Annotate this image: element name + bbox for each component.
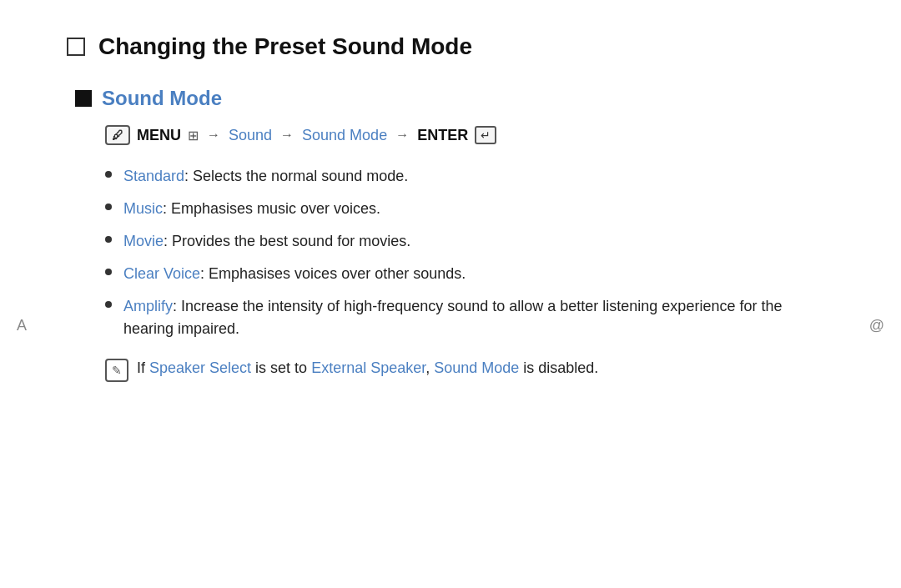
- section-heading-text: Sound Mode: [102, 87, 222, 110]
- arrow-1: →: [207, 128, 220, 143]
- bullet-term: Clear Voice: [123, 265, 200, 282]
- bullet-dot: [105, 269, 112, 275]
- menu-instruction: 🖊 MENU ⊞ → Sound → Sound Mode → ENTER↵: [105, 125, 834, 145]
- bullet-list: Standard: Selects the normal sound mode.…: [105, 165, 834, 340]
- bullet-desc: : Emphasises voices over other sounds.: [200, 265, 466, 282]
- external-speaker-link: External Speaker: [311, 359, 425, 376]
- list-item: Movie: Provides the best sound for movie…: [105, 230, 834, 253]
- enter-icon: ↵: [475, 126, 496, 144]
- menu-icon: 🖊: [105, 125, 130, 145]
- bullet-dot: [105, 204, 112, 210]
- bullet-desc: : Emphasises music over voices.: [163, 200, 380, 217]
- bullet-desc: : Increase the intensity of high-frequen…: [123, 298, 782, 337]
- note-box: ✎ If Speaker Select is set to External S…: [105, 357, 834, 382]
- bullet-dot: [105, 171, 112, 178]
- note-text: If Speaker Select is set to External Spe…: [137, 357, 598, 379]
- arrow-3: →: [395, 128, 409, 143]
- main-heading-section: Changing the Preset Sound Mode: [67, 33, 834, 60]
- bullet-dot: [105, 236, 112, 243]
- bullet-term: Amplify: [123, 298, 173, 314]
- note-icon: ✎: [105, 359, 128, 382]
- bullet-term: Music: [123, 200, 163, 217]
- sound-mode-link: Sound Mode: [302, 127, 387, 144]
- list-item-content: Music: Emphasises music over voices.: [123, 198, 380, 220]
- list-item: Standard: Selects the normal sound mode.: [105, 165, 834, 188]
- speaker-select-link: Speaker Select: [149, 359, 251, 376]
- list-item-content: Clear Voice: Emphasises voices over othe…: [123, 263, 466, 285]
- list-item: Clear Voice: Emphasises voices over othe…: [105, 263, 834, 285]
- list-item: Music: Emphasises music over voices.: [105, 198, 834, 220]
- side-letter-a: A: [17, 317, 27, 334]
- bullet-term: Movie: [123, 233, 164, 249]
- list-item-content: Amplify: Increase the intensity of high-…: [123, 295, 834, 340]
- section-heading: Sound Mode: [75, 87, 834, 110]
- black-square-icon: [75, 90, 92, 107]
- checkbox-icon: [67, 38, 85, 56]
- sound-link: Sound: [229, 127, 272, 144]
- side-letter-at: @: [869, 317, 884, 334]
- bullet-term: Standard: [123, 168, 184, 184]
- list-item-content: Movie: Provides the best sound for movie…: [123, 230, 410, 253]
- sound-mode-note-link: Sound Mode: [434, 359, 519, 376]
- bullet-dot: [105, 301, 112, 308]
- list-item: Amplify: Increase the intensity of high-…: [105, 295, 834, 340]
- bullet-desc: : Provides the best sound for movies.: [164, 233, 410, 249]
- menu-icon-char: ⊞: [188, 128, 199, 143]
- main-heading-text: Changing the Preset Sound Mode: [98, 33, 472, 60]
- arrow-2: →: [280, 128, 294, 143]
- list-item-content: Standard: Selects the normal sound mode.: [123, 165, 408, 188]
- sound-mode-section: Sound Mode 🖊 MENU ⊞ → Sound → Sound Mode…: [75, 87, 834, 382]
- menu-label: MENU: [137, 127, 181, 144]
- bullet-desc: : Selects the normal sound mode.: [184, 168, 408, 184]
- enter-label: ENTER: [417, 127, 468, 144]
